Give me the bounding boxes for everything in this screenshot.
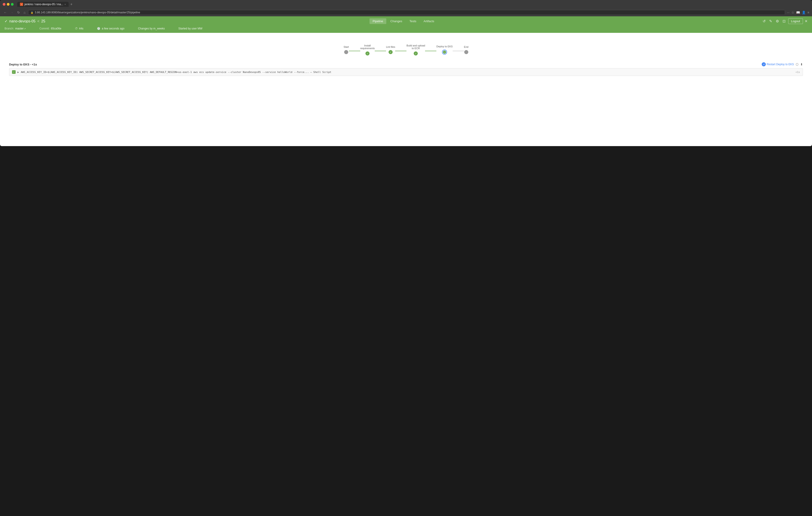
stage-lint-node[interactable]: ✓ xyxy=(388,50,393,54)
stage-install-check: ✓ xyxy=(367,52,368,55)
restart-deploy-button[interactable]: ↺ Restart Deploy to EKS xyxy=(762,62,794,66)
duration-icon: ⏱ xyxy=(75,27,78,30)
stage-end-node[interactable] xyxy=(464,50,468,54)
tab-bar: J jenkins / nano-devops-05 / ma... × + xyxy=(17,2,809,7)
download-icon[interactable]: ⬇ xyxy=(800,62,803,66)
active-tab[interactable]: J jenkins / nano-devops-05 / ma... × xyxy=(17,2,69,7)
pipeline-track: Start Installrequirements ✓ Lint files xyxy=(344,44,468,56)
restart-icon: ↺ xyxy=(762,62,766,66)
bookmark-icon[interactable]: ☆ xyxy=(791,11,794,14)
close-traffic-light[interactable] xyxy=(3,3,5,6)
logout-button[interactable]: Logout xyxy=(788,18,803,24)
time-meta: 🕐 a few seconds ago xyxy=(97,27,124,30)
jenkins-nav: Pipeline Changes Tests Artifacts xyxy=(370,18,437,24)
meta-bar: Branch: master Commit: 65ca06e ⏱ 44s 🕐 a… xyxy=(0,26,812,33)
tab-pipeline[interactable]: Pipeline xyxy=(370,18,386,24)
browser-actions: ··· ☆ 📖 👤 ≡ xyxy=(787,11,809,14)
connector-5 xyxy=(453,51,464,51)
stage-start-label: Start xyxy=(344,45,349,48)
tab-favicon: J xyxy=(20,3,23,6)
changes-meta: Changes by m_weeks xyxy=(138,27,165,30)
connector-4 xyxy=(425,51,436,51)
jenkins-header: ✓ nano-devops-05 < 25 Pipeline Changes T… xyxy=(0,16,812,26)
stage-build-node[interactable]: ✓ xyxy=(414,52,418,56)
changes-by-text: Changes by m_weeks xyxy=(138,27,165,30)
new-tab-button[interactable]: + xyxy=(70,2,72,6)
log-status-icon: ✓ xyxy=(12,70,16,74)
started-by-text: Started by user MW xyxy=(178,27,202,30)
pipeline-diagram: Start Installrequirements ✓ Lint files xyxy=(4,37,808,60)
connector-2 xyxy=(375,51,386,51)
log-line: ✓ ▶ AWS_ACCESS_KEY_ID=$(AWS_ACCESS_KEY_I… xyxy=(9,68,803,76)
stage-deploy-node[interactable]: ✓ xyxy=(442,50,447,55)
tab-tests[interactable]: Tests xyxy=(406,18,419,24)
security-icon: 🔒 xyxy=(31,11,33,14)
close-build-button[interactable]: × xyxy=(805,19,808,24)
back-button[interactable]: ← xyxy=(3,10,8,15)
edit-button[interactable]: ✎ xyxy=(768,18,773,24)
log-time-text: <1s xyxy=(795,71,800,73)
tab-close-button[interactable]: × xyxy=(64,3,66,6)
stage-lint-label: Lint files xyxy=(386,45,395,48)
tab-artifacts[interactable]: Artifacts xyxy=(420,18,437,24)
log-check-icon: ✓ xyxy=(13,71,14,73)
stage-lint: Lint files ✓ xyxy=(386,45,395,54)
stage-end: End xyxy=(464,45,468,54)
stage-build-check: ✓ xyxy=(415,52,417,55)
branch-link[interactable]: master xyxy=(15,27,26,30)
stage-deploy-inner: ✓ xyxy=(443,51,446,54)
reading-list-icon[interactable]: 📖 xyxy=(796,11,800,14)
stage-build: Build and uploadto ECR ✓ xyxy=(406,44,425,56)
success-check-icon: ✓ xyxy=(4,19,7,23)
time-icon: 🕐 xyxy=(97,27,100,30)
home-button[interactable]: ⌂ xyxy=(23,10,26,15)
log-command-text: AWS_ACCESS_KEY_ID=$(AWS_ACCESS_KEY_ID) A… xyxy=(21,71,794,73)
log-expand-button[interactable]: ▶ xyxy=(18,71,19,73)
go-to-classic-button[interactable]: ⊡ xyxy=(782,18,786,24)
started-meta: Started by user MW xyxy=(178,27,202,30)
stage-deploy-check: ✓ xyxy=(444,51,445,53)
header-actions: ↺ ✎ ⚙ ⊡ Logout × xyxy=(762,18,808,24)
extensions-icon[interactable]: ··· xyxy=(787,11,789,14)
branch-meta: Branch: master xyxy=(4,27,26,30)
maximize-traffic-light[interactable] xyxy=(11,3,13,6)
main-content: Start Installrequirements ✓ Lint files xyxy=(0,33,812,146)
jenkins-title: ✓ nano-devops-05 < 25 xyxy=(4,19,45,23)
menu-icon[interactable]: ≡ xyxy=(808,11,809,14)
deploy-section: Deploy to EKS - <1s ↺ Restart Deploy to … xyxy=(4,60,808,78)
branch-label: Branch: xyxy=(4,27,14,30)
profiles-icon[interactable]: 👤 xyxy=(802,11,806,14)
stage-start: Start xyxy=(344,45,349,54)
stage-start-node[interactable] xyxy=(344,50,348,54)
forward-button[interactable]: → xyxy=(9,10,14,15)
connector-3 xyxy=(395,51,406,51)
stage-deploy: Deploy to EKS ✓ xyxy=(436,45,453,55)
address-input[interactable]: 🔒 3.86.143.189:8080/blue/organizations/j… xyxy=(28,10,785,15)
traffic-lights xyxy=(3,3,13,6)
stage-deploy-label: Deploy to EKS xyxy=(436,45,453,48)
external-link-icon[interactable]: ⬡ xyxy=(796,62,799,66)
duration-meta: ⏱ 44s xyxy=(75,27,83,30)
settings-button[interactable]: ⚙ xyxy=(775,18,780,24)
duration-value: 44s xyxy=(79,27,83,30)
commit-value: 65ca06e xyxy=(51,27,61,30)
deploy-actions: ↺ Restart Deploy to EKS ⬡ ⬇ xyxy=(762,62,803,66)
time-value: a few seconds ago xyxy=(102,27,124,30)
tab-label: jenkins / nano-devops-05 / ma... xyxy=(25,3,63,6)
stage-install-node[interactable]: ✓ xyxy=(366,52,370,56)
url-text: 3.86.143.189:8080/blue/organizations/jen… xyxy=(35,11,140,14)
restart-label: Restart Deploy to EKS xyxy=(767,63,794,66)
rerun-button[interactable]: ↺ xyxy=(762,18,766,24)
title-bar: J jenkins / nano-devops-05 / ma... × + xyxy=(0,0,812,9)
build-number: 25 xyxy=(41,19,45,23)
commit-meta: Commit: 65ca06e xyxy=(39,27,61,30)
browser-window: J jenkins / nano-devops-05 / ma... × + ←… xyxy=(0,0,812,146)
stage-install-label: Installrequirements xyxy=(360,44,375,50)
reload-button[interactable]: ↻ xyxy=(16,10,21,15)
stage-lint-check: ✓ xyxy=(390,51,392,54)
tab-changes[interactable]: Changes xyxy=(387,18,405,24)
stage-build-label: Build and uploadto ECR xyxy=(406,44,425,50)
minimize-traffic-light[interactable] xyxy=(7,3,9,6)
stage-end-label: End xyxy=(464,45,468,48)
commit-label: Commit: xyxy=(39,27,50,30)
